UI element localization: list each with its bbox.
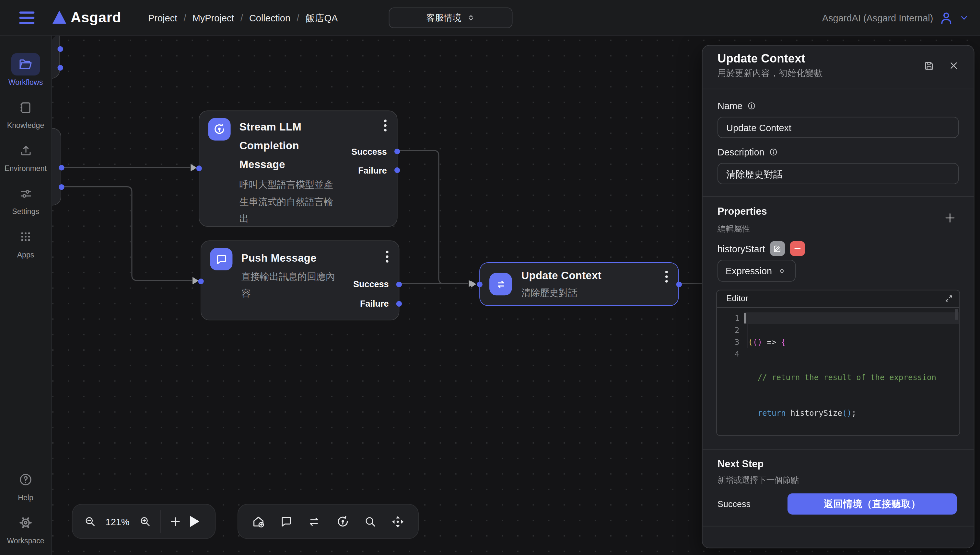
expand-icon[interactable] — [945, 294, 953, 303]
output-port[interactable] — [57, 65, 63, 70]
sliders-icon — [11, 182, 40, 205]
sidebar-item-apps[interactable]: Apps — [11, 225, 40, 259]
indent-guide — [747, 324, 748, 348]
chevron-down-icon — [959, 13, 969, 22]
sidebar-item-label: Workflows — [8, 78, 43, 87]
chat-tool-icon[interactable] — [280, 515, 293, 528]
sidebar-item-help[interactable]: Help — [11, 468, 40, 502]
node-menu-icon[interactable] — [384, 119, 387, 132]
editor-title: Editor — [726, 294, 748, 303]
select-updown-icon — [467, 14, 475, 22]
code-lines: (() => { // return the result of the exp… — [748, 312, 936, 436]
zoom-in-button[interactable] — [139, 515, 151, 528]
sidebar-item-environment[interactable]: Environment — [5, 139, 47, 173]
zoom-out-button[interactable] — [84, 515, 96, 528]
output-port[interactable] — [57, 46, 63, 51]
output-port-failure[interactable] — [394, 167, 400, 173]
select-updown-icon — [778, 267, 785, 274]
output-port-success[interactable] — [396, 281, 402, 287]
breadcrumb-current: 飯店QA — [306, 13, 338, 25]
save-icon[interactable] — [923, 60, 935, 72]
app-root: Asgard Project/ MyProject/ Collection/ 飯… — [0, 0, 980, 555]
output-label-failure: Failure — [360, 298, 389, 309]
sidebar-item-settings[interactable]: Settings — [11, 182, 40, 216]
node-update-context[interactable]: Update Context 清除歷史對話 — [479, 262, 679, 306]
exchange-tool-icon[interactable] — [307, 514, 322, 528]
overview-ruler — [955, 309, 958, 320]
sidebar-item-label: Settings — [12, 207, 39, 216]
node-menu-icon[interactable] — [665, 270, 668, 283]
node-description: 清除歷史對話 — [521, 284, 658, 301]
chat-icon — [210, 248, 232, 270]
breadcrumb-project[interactable]: Project — [148, 13, 177, 25]
next-step-handle-label: Success — [718, 499, 751, 509]
add-node-button[interactable] — [169, 515, 182, 528]
sidebar-item-label: Apps — [17, 250, 34, 259]
stream-tool-icon[interactable] — [335, 514, 350, 528]
sidebar-item-label: Workspace — [7, 537, 44, 545]
sidebar-item-workspace[interactable]: Workspace — [7, 511, 44, 545]
sidebar-item-workflows[interactable]: Workflows — [8, 53, 43, 87]
user-icon — [939, 10, 954, 25]
output-port[interactable] — [58, 165, 64, 170]
divider — [703, 89, 974, 89]
output-port[interactable] — [676, 281, 682, 287]
zoom-toolbar: 121% — [72, 504, 216, 539]
code-line: (() => { — [748, 336, 936, 348]
node-push-message[interactable]: Push Message 直接輸出訊息的回應內容 Success Failure — [201, 240, 399, 320]
breadcrumb-collection[interactable]: Collection — [249, 13, 290, 25]
node-menu-icon[interactable] — [386, 250, 389, 263]
input-port[interactable] — [196, 165, 202, 171]
remove-property-button[interactable] — [790, 241, 805, 256]
input-port[interactable] — [198, 278, 204, 284]
home-add-icon[interactable] — [251, 514, 266, 528]
search-icon[interactable] — [364, 515, 377, 528]
output-port[interactable] — [58, 184, 64, 189]
next-step-subtitle: 新增或選擇下一個節點 — [718, 475, 799, 486]
node-description: 呼叫大型語言模型並產生串流式的自然語言輸出 — [240, 176, 338, 227]
output-label-success: Success — [353, 279, 389, 289]
node-title: Push Message — [241, 249, 378, 268]
breadcrumb-myproject[interactable]: MyProject — [193, 13, 234, 25]
node-stream-llm[interactable]: Stream LLM Completion Message Success Fa… — [199, 111, 397, 227]
name-input[interactable]: Update Context — [718, 117, 959, 138]
run-button[interactable] — [190, 516, 199, 527]
edit-property-button[interactable] — [770, 241, 785, 256]
code-area[interactable]: 1 2 3 4 (() => { // return the result of… — [717, 308, 959, 435]
input-arrow-icon — [193, 278, 198, 284]
next-step-heading: Next Step — [718, 459, 764, 470]
description-input[interactable]: 清除歷史對話 — [718, 163, 959, 184]
output-port-success[interactable] — [394, 148, 400, 154]
account-menu[interactable]: AsgardAI (Asgard Internal) — [822, 0, 969, 35]
property-row: historyStart — [718, 241, 805, 256]
input-arrow-icon — [191, 165, 196, 171]
upload-icon — [11, 139, 40, 162]
next-step-button[interactable]: 返回情境（直接聽取） — [787, 494, 957, 515]
input-port[interactable] — [477, 281, 482, 287]
environment-select-value: 客服情境 — [426, 12, 461, 24]
move-icon[interactable] — [391, 514, 405, 528]
panel-subtitle: 用於更新內容，初始化變數 — [718, 68, 822, 79]
close-icon[interactable] — [949, 61, 959, 71]
menu-icon[interactable] — [19, 11, 35, 25]
environment-select[interactable]: 客服情境 — [389, 8, 513, 28]
top-navbar: Asgard Project/ MyProject/ Collection/ 飯… — [0, 0, 980, 35]
asgard-logo-icon — [53, 11, 66, 24]
gear-icon — [11, 511, 40, 534]
sidebar-item-knowledge[interactable]: Knowledge — [7, 96, 44, 130]
offscreen-node-top[interactable] — [52, 35, 60, 79]
zoom-level[interactable]: 121% — [105, 516, 130, 527]
info-icon — [747, 101, 756, 111]
property-type-select[interactable]: Expression — [718, 260, 796, 281]
sidebar-item-label: Environment — [5, 164, 47, 173]
sidebar-item-label: Help — [18, 494, 34, 502]
divider — [703, 196, 974, 197]
output-port-failure[interactable] — [396, 301, 402, 306]
sidebar-item-label: Knowledge — [7, 121, 44, 130]
divider — [703, 449, 974, 450]
add-property-button[interactable] — [944, 212, 956, 225]
description-label: Description — [718, 147, 778, 157]
expression-editor: Editor 1 2 3 4 (() => { // retur — [716, 290, 960, 436]
properties-heading: Properties — [718, 206, 767, 217]
grid-icon — [11, 225, 40, 248]
